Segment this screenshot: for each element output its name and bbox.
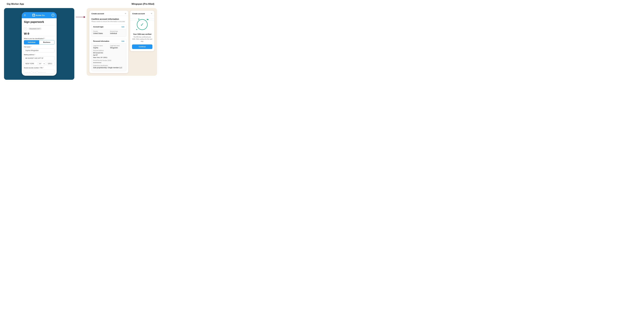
personal-address-value: 88 Sunset Ave Apt 5F New York, NY 10011 — [93, 52, 124, 59]
first-name-field: Legal first name Sophia — [93, 45, 108, 49]
check-circle: ✦ ✦ ✓ — [137, 19, 148, 30]
divider — [24, 25, 54, 26]
confirm-title: Confirm account information — [92, 18, 126, 20]
first-name-value: Sophia — [93, 47, 108, 49]
personal-info-header: Personal information Edit — [91, 39, 126, 44]
ssn-field: Social Security Number (SSN) ••••••••• — [93, 60, 124, 64]
phone-body: Sign paperwork ← Document 3 of 7 W-9 Wha… — [22, 18, 56, 76]
check-circle-container: ✦ ✦ ✓ — [137, 19, 148, 32]
account-type-header: Account type Edit — [91, 25, 126, 29]
mobile-phone: ☰ Acme Co. ? Sign paperwork — [22, 12, 56, 76]
account-type-row: Country United States Account type Indiv… — [93, 31, 124, 34]
tax-classification-toggle[interactable]: Individual Business — [24, 40, 54, 45]
chevron-down-icon: ▾ — [44, 63, 44, 65]
app-logo-icon — [32, 14, 35, 17]
confirm-card: Create account × Confirm account informa… — [89, 11, 128, 73]
back-button[interactable]: ← — [24, 27, 27, 30]
account-type-value: Individual — [110, 33, 124, 34]
menu-icon[interactable]: ☰ — [24, 14, 26, 17]
arrow-section — [74, 8, 86, 18]
help-button[interactable]: ? — [52, 14, 54, 17]
confirm-subtitle: Please review to ensure the information … — [92, 21, 126, 22]
country-label: Country — [93, 31, 108, 32]
personal-address-field: Personal address 88 Sunset Ave Apt 5F Ne… — [93, 50, 124, 59]
right-section-label: Wingspan (Pre-filled) — [132, 3, 154, 5]
last-name-value: Wingarden — [110, 47, 124, 49]
address-row: NY ▾ — [24, 62, 54, 66]
ssn-card-header: Create account × — [130, 11, 154, 16]
business-toggle[interactable]: Business — [39, 40, 54, 44]
tax-classification-section-value: Sole proprietorship / Single member LLC — [93, 67, 124, 69]
ssn-input[interactable]: _ _ _ - _ _ - _ _ _ _ — [24, 69, 54, 74]
full-name-label: Full name * — [24, 46, 54, 48]
individual-toggle[interactable]: Individual — [24, 40, 39, 44]
ssn-verified-card-wrap: Create account × ✦ ✦ ✓ — [130, 11, 154, 51]
tax-classification-row: Federal tax classification Sole propriet… — [93, 65, 124, 69]
address-line1-input[interactable] — [24, 56, 54, 60]
page-title: Sign paperwork — [24, 21, 54, 24]
personal-info-edit[interactable]: Edit — [122, 41, 124, 42]
ssn-dots-value: ••••••••• — [93, 62, 124, 64]
first-name-label: Legal first name — [93, 45, 108, 47]
wingspan-panel: Create account × Confirm account informa… — [87, 8, 157, 76]
zip-input[interactable] — [46, 62, 54, 66]
tax-classification-section-label: Federal tax classification — [93, 65, 124, 66]
city-input[interactable] — [24, 62, 38, 66]
account-type-label: Account type — [110, 31, 124, 32]
arrow-shaft — [76, 17, 84, 17]
personal-address-label: Personal address — [93, 50, 124, 51]
address-row: Personal address 88 Sunset Ave Apt 5F Ne… — [93, 50, 124, 59]
card-title: Create account — [92, 13, 104, 15]
account-type-title: Account type — [93, 26, 104, 28]
ssn-card-close[interactable]: × — [151, 12, 152, 15]
state-select[interactable]: NY ▾ — [38, 62, 46, 66]
ssn-row: Social Security Number (SSN) ••••••••• — [93, 60, 124, 64]
personal-info-body: Legal first name Sophia Legal last name … — [91, 44, 126, 71]
country-field: Country United States — [93, 31, 108, 34]
phone-header: ☰ Acme Co. ? — [22, 12, 56, 18]
name-row: Legal first name Sophia Legal last name … — [93, 45, 124, 49]
tax-classification-label: What is your tax classification? * — [24, 38, 54, 39]
tax-classification-field: Federal tax classification Sole propriet… — [93, 65, 124, 69]
full-name-input[interactable] — [24, 49, 54, 53]
card-header: Create account × — [89, 11, 128, 16]
gig-worker-panel: ☰ Acme Co. ? Sign paperwork — [4, 8, 74, 80]
last-name-field: Legal last name Wingarden — [110, 45, 124, 49]
continue-button[interactable]: Continue — [132, 45, 152, 49]
document-badge: Document 3 of 7 — [28, 28, 42, 30]
last-name-label: Legal last name — [110, 45, 124, 47]
arrow — [76, 16, 85, 18]
personal-info-section: Personal information Edit Legal first na… — [91, 39, 126, 71]
country-value: United States — [93, 33, 108, 34]
personal-info-title: Personal information — [93, 40, 109, 42]
sparkle-icon-tl: ✦ — [138, 18, 140, 21]
ssn-verified-subtitle: The IRS has confirmed your SSN. Click co… — [132, 36, 152, 42]
account-type-edit[interactable]: Edit — [122, 26, 124, 28]
arrow-head — [84, 16, 85, 18]
ssn-card-title: Create account — [132, 13, 145, 15]
account-type-body: Country United States Account type Indiv… — [91, 29, 126, 37]
ssn-section-label: Social Security Number (SSN) — [93, 60, 124, 61]
sparkle-icon-tr: ✦ — [148, 19, 149, 21]
ssn-card-body: ✦ ✦ ✓ Your SSN was verified The IRS has … — [130, 16, 154, 51]
close-button[interactable]: × — [125, 12, 126, 15]
ssn-label: Social security number / TIN * — [24, 67, 54, 69]
app-title-row: Acme Co. — [32, 14, 45, 17]
account-type-field: Account type Individual — [110, 31, 124, 34]
checkmark-icon: ✓ — [140, 23, 144, 27]
document-nav: ← Document 3 of 7 — [24, 27, 54, 30]
ssn-verified-card: Create account × ✦ ✦ ✓ — [130, 11, 154, 51]
mailing-address-label: Mailing address * — [24, 54, 54, 56]
left-section-label: Gig Worker App — [7, 3, 24, 5]
form-title: W-9 — [24, 32, 54, 36]
account-type-section: Account type Edit Country United States … — [91, 25, 126, 37]
confirm-header: Confirm account information Please revie… — [89, 16, 128, 25]
app-name: Acme Co. — [36, 14, 45, 16]
ssn-verified-title: Your SSN was verified — [133, 33, 151, 35]
